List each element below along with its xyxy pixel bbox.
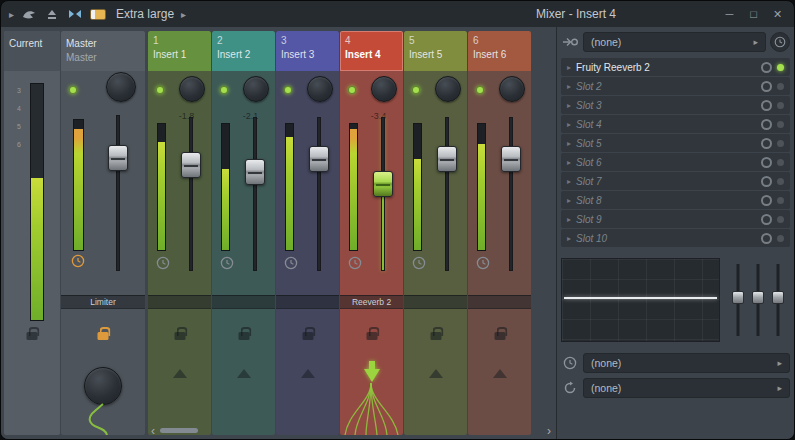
lock-icon[interactable] xyxy=(98,332,109,340)
slot-mix-knob[interactable] xyxy=(761,176,772,187)
mixer-scrollbar[interactable]: ‹ › xyxy=(151,425,551,436)
eject-icon[interactable] xyxy=(44,7,60,21)
time-select[interactable]: (none) ▸ xyxy=(583,353,790,373)
color-swatch-icon[interactable] xyxy=(90,9,106,20)
input-source-select[interactable]: (none) ▸ xyxy=(583,32,766,52)
pan-knob[interactable] xyxy=(179,76,205,102)
slot-enable-led[interactable] xyxy=(777,178,784,185)
plugin-band[interactable] xyxy=(276,295,339,309)
eq-high-handle[interactable] xyxy=(772,291,784,304)
view-size-arrow-icon[interactable]: ▸ xyxy=(181,9,186,20)
detach-icon[interactable] xyxy=(21,7,37,21)
plugin-slot-6[interactable]: ▸ Slot 6 xyxy=(561,153,790,171)
eq-low-handle[interactable] xyxy=(732,291,744,304)
fader-handle[interactable] xyxy=(309,146,329,172)
plugin-slot-10[interactable]: ▸ Slot 10 xyxy=(561,229,790,247)
plugin-band[interactable] xyxy=(468,295,531,309)
fader-handle[interactable] xyxy=(245,159,265,185)
strip-header[interactable]: 4 Insert 4 xyxy=(340,31,403,71)
mute-led[interactable] xyxy=(476,86,484,94)
plugin-slot-9[interactable]: ▸ Slot 9 xyxy=(561,210,790,228)
slot-enable-led[interactable] xyxy=(777,121,784,128)
insert-strip-1[interactable]: 1 Insert 1 -1.8 xyxy=(148,31,211,435)
plugin-slot-5[interactable]: ▸ Slot 5 xyxy=(561,134,790,152)
plugin-slot-7[interactable]: ▸ Slot 7 xyxy=(561,172,790,190)
fader-handle[interactable] xyxy=(437,146,457,172)
slot-mix-knob[interactable] xyxy=(761,157,772,168)
clock-icon[interactable] xyxy=(284,256,298,270)
lock-icon[interactable] xyxy=(174,332,185,340)
link-arrows-icon[interactable] xyxy=(67,7,83,21)
scroll-handle[interactable] xyxy=(160,428,198,433)
fader-handle[interactable] xyxy=(108,145,128,171)
current-strip[interactable]: Current 3 4 5 6 xyxy=(4,31,60,435)
fader-handle[interactable] xyxy=(181,152,201,178)
strip-header[interactable]: 1 Insert 1 xyxy=(148,31,211,71)
strip-header[interactable]: 3 Insert 3 xyxy=(276,31,339,71)
plugin-slot-1[interactable]: ▸ Fruity Reeverb 2 xyxy=(561,58,790,76)
slot-enable-led[interactable] xyxy=(777,235,784,242)
close-button[interactable]: ✕ xyxy=(769,8,786,21)
volume-fader[interactable] xyxy=(500,117,522,271)
eq-high-slider[interactable] xyxy=(771,264,785,336)
scroll-right-icon[interactable]: › xyxy=(547,426,551,436)
pan-knob[interactable] xyxy=(435,76,461,102)
slot-menu-arrow-icon[interactable]: ▸ xyxy=(567,234,571,243)
slot-mix-knob[interactable] xyxy=(761,62,772,73)
insert-strip-4[interactable]: 4 Insert 4 -3.4 Reeverb 2 xyxy=(340,31,403,435)
scroll-left-icon[interactable]: ‹ xyxy=(151,426,155,436)
clock-icon[interactable] xyxy=(476,256,490,270)
pan-knob[interactable] xyxy=(499,76,525,102)
mute-led[interactable] xyxy=(348,86,356,94)
clock-icon[interactable] xyxy=(156,256,170,270)
slot-mix-knob[interactable] xyxy=(761,138,772,149)
slot-menu-arrow-icon[interactable]: ▸ xyxy=(567,120,571,129)
plugin-slot-4[interactable]: ▸ Slot 4 xyxy=(561,115,790,133)
insert-strip-5[interactable]: 5 Insert 5 xyxy=(404,31,467,435)
lock-icon[interactable] xyxy=(238,332,249,340)
slot-mix-knob[interactable] xyxy=(761,195,772,206)
mute-led[interactable] xyxy=(412,86,420,94)
audio-output-icon[interactable] xyxy=(561,381,579,395)
route-up-arrow-icon[interactable] xyxy=(173,369,187,378)
plugin-slot-2[interactable]: ▸ Slot 2 xyxy=(561,77,790,95)
volume-fader[interactable] xyxy=(180,117,202,271)
plugin-slot-8[interactable]: ▸ Slot 8 xyxy=(561,191,790,209)
lock-icon[interactable] xyxy=(302,332,313,340)
lock-icon[interactable] xyxy=(494,332,505,340)
plugin-band[interactable] xyxy=(148,295,211,309)
plugin-band[interactable]: Limiter xyxy=(61,295,145,309)
volume-fader[interactable] xyxy=(107,115,129,271)
route-up-arrow-icon[interactable] xyxy=(237,369,251,378)
strip-header[interactable]: 2 Insert 2 xyxy=(212,31,275,71)
master-output-knob[interactable] xyxy=(84,367,122,405)
slot-menu-arrow-icon[interactable]: ▸ xyxy=(567,82,571,91)
master-strip[interactable]: Master Master Limiter xyxy=(61,31,145,435)
route-up-arrow-icon[interactable] xyxy=(429,369,443,378)
fader-handle[interactable] xyxy=(501,146,521,172)
mute-led[interactable] xyxy=(284,86,292,94)
slot-enable-led[interactable] xyxy=(777,159,784,166)
eq-graph[interactable] xyxy=(561,258,720,342)
slot-enable-led[interactable] xyxy=(777,216,784,223)
input-time-button[interactable] xyxy=(770,32,790,52)
plugin-band[interactable]: Reeverb 2 xyxy=(340,295,403,309)
mute-led[interactable] xyxy=(156,86,164,94)
slot-menu-arrow-icon[interactable]: ▸ xyxy=(567,196,571,205)
slot-mix-knob[interactable] xyxy=(761,214,772,225)
slot-enable-led[interactable] xyxy=(777,102,784,109)
slot-enable-led[interactable] xyxy=(777,83,784,90)
pan-knob[interactable] xyxy=(307,76,333,102)
slot-menu-arrow-icon[interactable]: ▸ xyxy=(567,63,571,72)
pan-knob[interactable] xyxy=(243,76,269,102)
volume-fader[interactable] xyxy=(308,117,330,271)
slot-enable-led[interactable] xyxy=(777,140,784,147)
pan-knob[interactable] xyxy=(371,76,397,102)
fader-handle[interactable] xyxy=(373,171,393,197)
strip-header[interactable]: 5 Insert 5 xyxy=(404,31,467,71)
volume-fader[interactable] xyxy=(372,117,394,271)
slot-mix-knob[interactable] xyxy=(761,233,772,244)
minimize-button[interactable]: ─ xyxy=(721,8,738,20)
output-select[interactable]: (none) ▸ xyxy=(583,378,790,398)
lock-icon[interactable] xyxy=(366,332,377,340)
